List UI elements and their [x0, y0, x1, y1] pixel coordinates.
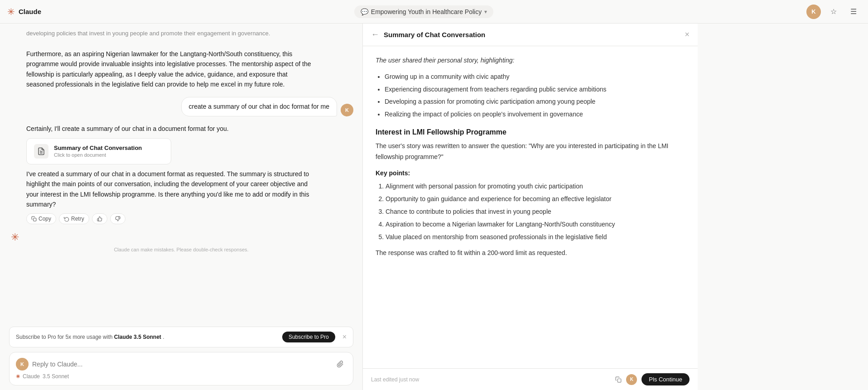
- subscribe-actions: Subscribe to Pro ×: [282, 332, 347, 342]
- message-assistant-continuation: developing policies that invest in young…: [9, 29, 353, 42]
- doc-panel-title: Summary of Chat Conversation: [384, 31, 485, 39]
- input-area: K ✳ Claude 3.5 Sonnet: [9, 352, 353, 385]
- assistant-message-1-body: Furthermore, as an aspiring Nigerian law…: [26, 49, 316, 90]
- retry-label: Retry: [71, 216, 84, 222]
- personal-story-intro: The user shared their personal story, hi…: [376, 55, 685, 66]
- top-navigation: ✳ Claude 💬 Empowering Youth in Healthcar…: [0, 0, 868, 24]
- doc-card-title: Summary of Chat Conversation: [54, 144, 142, 151]
- doc-panel-back-button[interactable]: ←: [371, 30, 379, 39]
- doc-content: The user shared their personal story, hi…: [376, 55, 685, 259]
- menu-icon: ☰: [850, 7, 857, 16]
- message-assistant-1: Furthermore, as an aspiring Nigerian law…: [9, 49, 353, 90]
- lmi-section-title: Interest in LMI Fellowship Programme: [376, 128, 685, 136]
- main-layout: developing policies that invest in young…: [0, 24, 868, 390]
- key-points-label: Key points:: [376, 168, 685, 179]
- list-item: Opportunity to gain guidance and experie…: [386, 194, 685, 205]
- assistant-continuation-text: developing policies that invest in young…: [26, 29, 316, 39]
- bookmark-icon: ☆: [830, 7, 837, 16]
- assistant-icon-1: [9, 49, 22, 62]
- user-bubble-1: create a summary of our chat in doc form…: [181, 97, 337, 116]
- copy-button[interactable]: Copy: [26, 213, 56, 224]
- chevron-down-icon: ▾: [484, 9, 487, 15]
- assistant-body-text: I've created a summary of our chat in a …: [26, 169, 316, 210]
- last-edited-text: Last edited just now: [371, 376, 419, 383]
- doc-panel-header-left: ← Summary of Chat Conversation: [371, 30, 485, 39]
- bullet-item: Experiencing discouragement from teacher…: [385, 84, 685, 95]
- assistant-icon-2: [9, 124, 22, 136]
- menu-button[interactable]: ☰: [846, 5, 861, 19]
- doc-card[interactable]: Summary of Chat Conversation Click to op…: [26, 138, 171, 164]
- model-icon: ✳: [16, 374, 20, 380]
- message-actions: Copy Retry: [26, 213, 316, 224]
- lmi-section-intro: The user's story was rewritten to answer…: [376, 141, 685, 163]
- personal-story-bullets: Growing up in a community with civic apa…: [376, 72, 685, 120]
- disclaimer-text: Claude can make mistakes. Please double-…: [9, 245, 353, 256]
- doc-avatar: K: [626, 374, 637, 385]
- footer-actions: K Pls Continue: [615, 373, 690, 385]
- bullet-item: Realizing the impact of policies on peop…: [385, 109, 685, 120]
- assistant-message-body: developing policies that invest in young…: [26, 29, 316, 42]
- model-version: 3.5 Sonnet: [43, 373, 69, 380]
- chat-input[interactable]: [32, 361, 334, 368]
- subscribe-banner: Subscribe to Pro for 5x more usage with …: [9, 327, 353, 347]
- chat-area: developing policies that invest in young…: [0, 24, 362, 390]
- subscribe-close-button[interactable]: ×: [342, 333, 347, 341]
- svg-rect-2: [34, 218, 37, 221]
- chat-bubble-icon: 💬: [361, 8, 368, 15]
- bullet-item: Growing up in a community with civic apa…: [385, 72, 685, 82]
- model-name: Claude: [23, 373, 40, 380]
- subscribe-to-pro-button[interactable]: Subscribe to Pro: [282, 332, 335, 342]
- doc-panel-close-button[interactable]: ×: [685, 30, 690, 39]
- attach-button[interactable]: [334, 358, 347, 371]
- message-user-1: create a summary of our chat in doc form…: [9, 97, 353, 116]
- project-selector[interactable]: 💬 Empowering Youth in Healthcare Policy …: [354, 5, 493, 18]
- doc-panel-header: ← Summary of Chat Conversation ×: [363, 24, 698, 46]
- doc-card-icon: [34, 144, 48, 159]
- list-item: Value placed on mentorship from seasoned…: [386, 232, 685, 243]
- app-title: Claude: [19, 8, 41, 15]
- list-item: Alignment with personal passion for prom…: [386, 181, 685, 192]
- user-avatar-1: K: [341, 104, 353, 116]
- user-input-avatar: K: [16, 358, 29, 371]
- doc-card-subtitle: Click to open document: [54, 152, 142, 158]
- lmi-numbered-list: Alignment with personal passion for prom…: [376, 181, 685, 242]
- project-label: Empowering Youth in Healthcare Policy: [371, 8, 482, 15]
- bullet-item: Developing a passion for promoting civic…: [385, 96, 685, 107]
- input-row: K: [16, 358, 347, 371]
- nav-right: K ☆ ☰: [806, 5, 861, 19]
- nav-left: ✳ Claude: [7, 6, 41, 17]
- doc-panel-scroll[interactable]: The user shared their personal story, hi…: [363, 46, 698, 368]
- model-row: ✳ Claude 3.5 Sonnet: [16, 373, 347, 380]
- doc-panel-footer: Last edited just now K Pls Continue: [363, 368, 698, 390]
- thumbs-up-button[interactable]: [92, 213, 107, 224]
- claude-asterisk-icon: ✳: [11, 231, 19, 243]
- claude-icon-row: ✳: [9, 231, 353, 243]
- copy-label: Copy: [39, 216, 51, 222]
- assistant-icon-space: [9, 29, 22, 42]
- assistant-message-1-text: Furthermore, as an aspiring Nigerian law…: [26, 49, 316, 90]
- retry-button[interactable]: Retry: [59, 213, 89, 224]
- bookmark-button[interactable]: ☆: [826, 5, 841, 19]
- assistant-response-body: Certainly, I'll create a summary of our …: [26, 124, 316, 224]
- list-item: Chance to contribute to policies that in…: [386, 207, 685, 217]
- claude-logo-icon: ✳: [7, 6, 15, 17]
- user-avatar: K: [806, 5, 821, 19]
- user-message-1-text: create a summary of our chat in doc form…: [189, 103, 329, 110]
- svg-rect-3: [618, 379, 622, 382]
- subscribe-text: Subscribe to Pro for 5x more usage with …: [16, 334, 164, 340]
- list-item: Aspiration to become a Nigerian lawmaker…: [386, 219, 685, 230]
- thumbs-down-button[interactable]: [110, 213, 125, 224]
- chat-scroll[interactable]: developing policies that invest in young…: [9, 24, 353, 324]
- pls-continue-button[interactable]: Pls Continue: [641, 373, 690, 385]
- document-panel: ← Summary of Chat Conversation × The use…: [362, 24, 698, 390]
- message-assistant-response: Certainly, I'll create a summary of our …: [9, 124, 353, 224]
- doc-card-info: Summary of Chat Conversation Click to op…: [54, 144, 142, 158]
- assistant-intro-text: Certainly, I'll create a summary of our …: [26, 124, 316, 134]
- crafted-text: The response was crafted to fit within a…: [376, 248, 685, 259]
- doc-copy-button[interactable]: [615, 376, 622, 383]
